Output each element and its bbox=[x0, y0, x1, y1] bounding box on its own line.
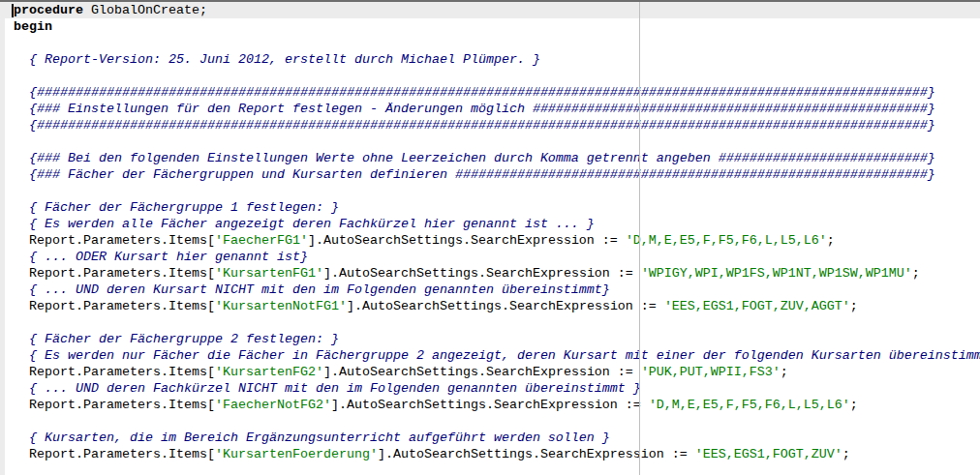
code-line[interactable]: procedure GlobalOnCreate; bbox=[0, 2, 980, 18]
code-token: ; bbox=[781, 365, 788, 379]
code-line[interactable]: {#######################################… bbox=[0, 84, 980, 101]
code-token: GlobalOnCreate; bbox=[83, 3, 207, 17]
code-token: ].AutoSearchSettings.SearchExpression := bbox=[347, 299, 664, 313]
comment-token: { ... UND deren Kursart NICHT mit den im… bbox=[14, 282, 610, 297]
code-line[interactable] bbox=[0, 413, 980, 430]
comment-token: { Es werden nur Fächer die Fächer in Fäc… bbox=[14, 348, 980, 363]
code-line[interactable]: {### Einstellungen für den Report festle… bbox=[0, 101, 980, 117]
string-token: 'PUK,PUT,WPII,FS3' bbox=[641, 365, 781, 379]
string-token: 'EES,EGS1,FOGT,ZUV' bbox=[695, 447, 842, 461]
comment-token: { Es werden alle Fächer angezeigt deren … bbox=[14, 217, 595, 231]
text-caret bbox=[12, 4, 14, 17]
comment-token: { ... ODER Kursart hier genannt ist} bbox=[14, 250, 308, 264]
code-token: ].AutoSearchSettings.SearchExpression := bbox=[323, 365, 641, 379]
code-token: Report.Parameters.Items[ bbox=[14, 398, 215, 412]
code-token: Report.Parameters.Items[ bbox=[14, 233, 215, 248]
string-token: 'D,M,E,E5,F,F5,F6,L,L5,L6' bbox=[649, 398, 850, 412]
code-line[interactable]: { ... UND deren Kursart NICHT mit den im… bbox=[0, 282, 980, 298]
code-token: ].AutoSearchSettings.SearchExpression := bbox=[378, 447, 695, 461]
code-token: ; bbox=[842, 447, 850, 461]
string-token: 'KursartenFG1' bbox=[215, 266, 323, 281]
code-token: ; bbox=[850, 299, 858, 313]
code-line[interactable]: {### Fächer der Fächergruppen und Kursar… bbox=[0, 166, 980, 183]
string-token: 'KursartenFoerderung' bbox=[215, 447, 378, 461]
comment-token: {### Bei den folgenden Einstellungen Wer… bbox=[14, 151, 935, 165]
string-token: 'KursartenFG2' bbox=[215, 365, 323, 379]
comment-token: { Report-Version: 25. Juni 2012, erstell… bbox=[14, 52, 540, 67]
code-line[interactable]: {### Bei den folgenden Einstellungen Wer… bbox=[0, 150, 980, 166]
code-token: ; bbox=[912, 266, 920, 281]
code-line[interactable]: Report.Parameters.Items['FaecherFG1'].Au… bbox=[0, 232, 980, 249]
code-line[interactable]: { Es werden nur Fächer die Fächer in Fäc… bbox=[0, 347, 980, 364]
string-token: 'FaecherFG1' bbox=[215, 233, 308, 248]
string-token: 'KursartenNotFG1' bbox=[215, 299, 347, 313]
code-editor[interactable]: procedure GlobalOnCreate;begin { Report-… bbox=[0, 2, 980, 475]
string-token: 'EES,EGS1,FOGT,ZUV,AGGT' bbox=[664, 299, 850, 313]
code-line[interactable]: Report.Parameters.Items['KursartenNotFG1… bbox=[0, 298, 980, 314]
string-token: 'D,M,E,E5,F,F5,F6,L,L5,L6' bbox=[626, 233, 827, 248]
code-token: ].AutoSearchSettings.SearchExpression := bbox=[323, 266, 641, 281]
code-line[interactable]: { Kursarten, die im Bereich Ergänzungsun… bbox=[0, 430, 980, 446]
code-line[interactable]: Report.Parameters.Items['KursartenFG1'].… bbox=[0, 265, 980, 282]
code-line[interactable]: begin bbox=[0, 18, 980, 35]
code-line[interactable]: {#######################################… bbox=[0, 117, 980, 134]
keyword-token: begin bbox=[14, 19, 52, 34]
comment-token: { ... UND deren Fachkürzel NICHT mit den… bbox=[14, 381, 641, 396]
code-token: ].AutoSearchSettings.SearchExpression := bbox=[331, 398, 649, 412]
code-editor-window: { "editor": { "language_hint": "pascal-s… bbox=[0, 0, 980, 475]
code-token: ].AutoSearchSettings.SearchExpression := bbox=[308, 233, 626, 248]
code-token: ; bbox=[850, 398, 858, 412]
code-lines: procedure GlobalOnCreate;begin { Report-… bbox=[0, 2, 980, 475]
code-line[interactable] bbox=[0, 68, 980, 84]
comment-token: { Kursarten, die im Bereich Ergänzungsun… bbox=[14, 430, 610, 445]
code-line[interactable] bbox=[0, 314, 980, 331]
code-line[interactable]: { ... UND deren Fachkürzel NICHT mit den… bbox=[0, 380, 980, 397]
keyword-token: procedure bbox=[14, 3, 83, 17]
comment-token: {### Einstellungen für den Report festle… bbox=[14, 102, 935, 116]
code-line[interactable]: { Fächer der Fächergruppe 2 festlegen: } bbox=[0, 331, 980, 347]
code-line[interactable]: { ... ODER Kursart hier genannt ist} bbox=[0, 249, 980, 265]
string-token: 'FaecherNotFG2' bbox=[215, 398, 331, 412]
string-token: 'WPIGY,WPI,WP1FS,WP1NT,WP1SW,WP1MU' bbox=[641, 266, 912, 281]
code-line[interactable] bbox=[0, 134, 980, 150]
code-line[interactable]: { Fächer der Fächergruppe 1 festlegen: } bbox=[0, 199, 980, 216]
code-token: Report.Parameters.Items[ bbox=[14, 299, 215, 313]
comment-token: {### Fächer der Fächergruppen und Kursar… bbox=[14, 167, 935, 182]
code-token: Report.Parameters.Items[ bbox=[14, 266, 215, 281]
code-line[interactable]: { Es werden alle Fächer angezeigt deren … bbox=[0, 216, 980, 232]
code-line[interactable]: { Report-Version: 25. Juni 2012, erstell… bbox=[0, 51, 980, 68]
code-line[interactable]: Report.Parameters.Items['KursartenFoerde… bbox=[0, 446, 980, 462]
comment-token: { Fächer der Fächergruppe 1 festlegen: } bbox=[14, 200, 339, 215]
code-line[interactable] bbox=[0, 35, 980, 51]
comment-token: { Fächer der Fächergruppe 2 festlegen: } bbox=[14, 332, 339, 346]
code-token: Report.Parameters.Items[ bbox=[14, 365, 215, 379]
comment-token: {#######################################… bbox=[14, 118, 935, 133]
comment-token: {#######################################… bbox=[14, 85, 935, 100]
code-line[interactable] bbox=[0, 183, 980, 199]
code-line[interactable]: Report.Parameters.Items['FaecherNotFG2']… bbox=[0, 397, 980, 413]
code-token: Report.Parameters.Items[ bbox=[14, 447, 215, 461]
code-line[interactable]: Report.Parameters.Items['KursartenFG2'].… bbox=[0, 364, 980, 380]
code-token: ; bbox=[827, 233, 835, 248]
right-margin-line bbox=[639, 2, 640, 475]
code-line[interactable] bbox=[0, 462, 980, 475]
